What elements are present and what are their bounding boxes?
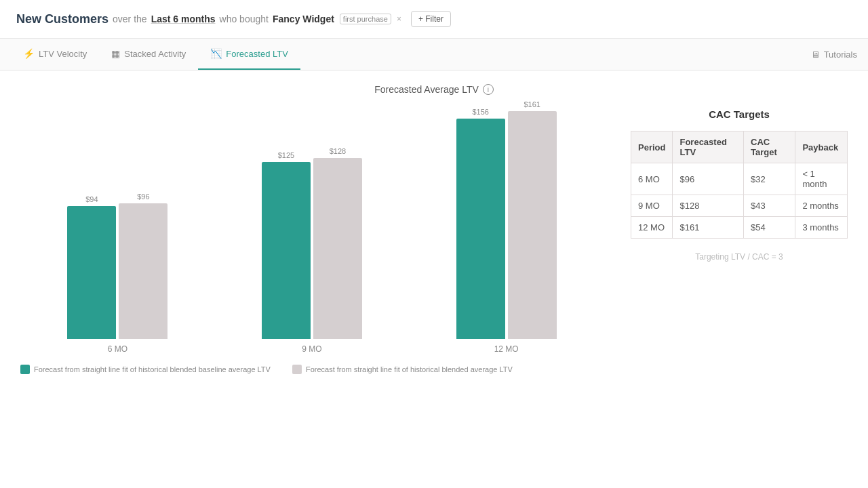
tab-stacked-activity[interactable]: ▦ Stacked Activity [99,39,198,70]
info-icon[interactable]: i [483,84,494,95]
cac-period-6mo: 6 MO [631,163,673,195]
tabs-bar: ⚡ LTV Velocity ▦ Stacked Activity 📉 Fore… [0,39,868,70]
bar-gray-12mo: $161 [508,100,557,339]
bar-teal-12mo-rect [456,119,505,339]
cac-row-9mo: 9 MO $128 $43 2 months [631,195,848,217]
bar-label-gray-6mo: $96 [137,192,149,201]
cac-col-period: Period [631,131,673,163]
legend-label-teal: Forecast from straight line fit of histo… [34,365,271,373]
bar-gray-12mo-rect [508,111,557,339]
legend-swatch-teal [20,365,30,374]
tab-forecasted-ltv[interactable]: 📉 Forecasted LTV [198,39,300,70]
cac-targeting-label: Targeting LTV / CAC = 3 [631,252,848,262]
bar-label-teal-12mo: $156 [472,108,488,116]
bar-teal-6mo-rect [67,206,116,339]
cac-col-forecasted-ltv: Forecasted LTV [673,131,744,163]
cac-target-6mo: $32 [744,163,795,195]
legend-item-gray: Forecast from straight line fit of histo… [292,365,513,374]
tutorials-button[interactable]: 🖥 Tutorials [811,40,857,69]
chart-area: $94 $96 $125 [20,108,848,374]
cac-payback-9mo: 2 months [795,195,848,217]
cac-period-12mo: 12 MO [631,217,673,239]
cac-table: Period Forecasted LTV CAC Target Payback… [631,131,848,239]
bar-teal-9mo-rect [262,162,311,339]
main-content: Forecasted Average LTV i $94 $96 [0,70,868,488]
bar-group-12mo: $156 $161 [409,100,604,339]
filter-button[interactable]: + Filter [411,11,451,27]
stacked-activity-icon: ▦ [111,48,120,59]
bar-gray-6mo: $96 [119,192,167,339]
cac-target-12mo: $54 [744,217,795,239]
bar-chart: $94 $96 $125 [20,108,604,339]
chart-title-text: Forecasted Average LTV [374,84,479,95]
bar-label-gray-12mo: $161 [524,100,540,108]
ltv-velocity-icon: ⚡ [23,48,35,59]
bar-label-teal-6mo: $94 [85,195,98,203]
forecasted-ltv-icon: 📉 [210,48,222,59]
cac-title: CAC Targets [631,108,848,120]
bar-gray-6mo-rect [119,203,167,339]
header-product[interactable]: Fancy Widget [273,14,334,24]
cac-row-6mo: 6 MO $96 $32 < 1 month [631,163,848,195]
bar-chart-container: $94 $96 $125 [20,108,604,374]
header: New Customers over the Last 6 months who… [0,0,868,39]
cac-col-payback: Payback [795,131,848,163]
bar-group-6mo: $94 $96 [20,192,215,339]
legend-item-teal: Forecast from straight line fit of histo… [20,365,271,374]
cac-target-9mo: $43 [744,195,795,217]
x-label-12mo: 12 MO [409,339,604,354]
page-title: New Customers [16,12,108,26]
header-period[interactable]: Last 6 months [151,14,216,24]
x-axis: 6 MO 9 MO 12 MO [20,339,604,354]
cac-ltv-6mo: $96 [673,163,744,195]
cac-ltv-9mo: $128 [673,195,744,217]
x-label-9mo: 9 MO [215,339,410,354]
cac-table-header-row: Period Forecasted LTV CAC Target Payback [631,131,848,163]
chart-legend: Forecast from straight line fit of histo… [20,365,604,374]
header-tag: first purchase [340,14,391,24]
cac-period-9mo: 9 MO [631,195,673,217]
cac-ltv-12mo: $161 [673,217,744,239]
bar-gray-9mo-rect [313,158,362,339]
tutorials-icon: 🖥 [811,49,820,60]
bar-label-teal-9mo: $125 [278,151,294,159]
header-who-bought: who bought [220,14,269,24]
close-filter-icon[interactable]: × [397,14,401,24]
header-over-the: over the [113,14,147,24]
tab-ltv-velocity[interactable]: ⚡ LTV Velocity [11,39,99,70]
cac-payback-6mo: < 1 month [795,163,848,195]
cac-row-12mo: 12 MO $161 $54 3 months [631,217,848,239]
cac-payback-12mo: 3 months [795,217,848,239]
legend-label-gray: Forecast from straight line fit of histo… [306,365,513,373]
chart-title-area: Forecasted Average LTV i [20,84,848,95]
cac-section: CAC Targets Period Forecasted LTV CAC Ta… [631,108,848,374]
bar-teal-9mo: $125 [262,151,311,339]
bar-group-9mo: $125 $128 [215,147,410,339]
bar-label-gray-9mo: $128 [330,147,346,155]
legend-swatch-gray [292,365,302,374]
x-label-6mo: 6 MO [20,339,215,354]
bar-teal-6mo: $94 [67,195,116,339]
bar-gray-9mo: $128 [313,147,362,339]
cac-col-cac-target: CAC Target [744,131,795,163]
bar-teal-12mo: $156 [456,108,505,339]
